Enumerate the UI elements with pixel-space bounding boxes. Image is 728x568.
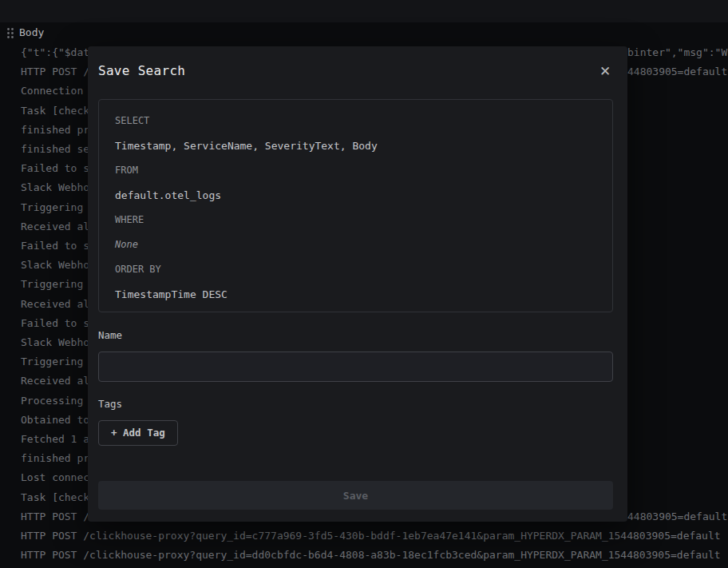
- log-row-text: Received al: [21, 220, 89, 232]
- log-row-text-continuation: binter","msg":"W: [627, 43, 727, 62]
- log-row-text-continuation: 44803905=default: [627, 507, 727, 526]
- log-row-text-continuation: 44803905=default: [627, 62, 727, 81]
- log-row-text: Slack Webho: [21, 259, 89, 271]
- query-clause-value: None: [115, 238, 596, 252]
- modal-header: Save Search ✕: [98, 64, 613, 79]
- log-row-text: Received al: [21, 375, 89, 387]
- query-clause-label: ORDER BY: [115, 263, 596, 276]
- log-row-text: {"t":{"$dat: [21, 46, 89, 58]
- log-row-text: Task [check: [21, 105, 89, 117]
- log-row-text: Failed to s: [21, 317, 89, 329]
- query-clause-value: default.otel_logs: [115, 189, 596, 202]
- log-row-text: HTTP POST /clickhouse-proxy?query_id=dd0…: [21, 549, 721, 561]
- tags-label: Tags: [98, 398, 613, 411]
- log-row-text: Task [check: [21, 491, 89, 503]
- query-clause-value: TimestampTime DESC: [115, 288, 596, 301]
- log-row-text: finished pr: [21, 124, 89, 136]
- modal-title: Save Search: [98, 64, 185, 78]
- close-icon[interactable]: ✕: [597, 63, 613, 79]
- log-row-text: Slack Webho: [21, 181, 89, 193]
- log-row-text: Processing: [21, 395, 83, 407]
- log-row-text: Failed to s: [21, 240, 89, 252]
- log-row-text: Received al: [21, 298, 89, 310]
- log-row-text: Fetched 1 a: [21, 433, 89, 445]
- log-row-text: Triggering: [21, 201, 83, 213]
- log-row-text: Lost connec: [21, 471, 89, 483]
- add-tag-button[interactable]: + Add Tag: [98, 420, 178, 446]
- log-row-text: Slack Webho: [21, 336, 89, 348]
- save-search-modal: Save Search ✕ SELECTTimestamp, ServiceNa…: [88, 46, 627, 522]
- query-summary-box: SELECTTimestamp, ServiceName, SeverityTe…: [98, 99, 613, 312]
- log-row-text: HTTP POST /: [21, 66, 89, 77]
- log-row-text: Failed to s: [21, 162, 89, 174]
- query-clause-label: FROM: [115, 164, 596, 177]
- log-row-text: finished pr: [21, 452, 89, 464]
- log-row-text: HTTP POST /clickhouse-proxy?query_id=c77…: [21, 530, 721, 542]
- log-row-text: Connection: [21, 85, 83, 97]
- log-row-text: Triggering: [21, 355, 83, 367]
- log-row[interactable]: HTTP POST /clickhouse-proxy?query_id=c77…: [21, 526, 728, 546]
- log-row-text: HTTP POST /: [21, 510, 89, 522]
- log-row[interactable]: HTTP POST /clickhouse-proxy?query_id=dd0…: [21, 546, 728, 565]
- log-row-text: Obtained to: [21, 414, 89, 426]
- log-row-text: finished se: [21, 143, 89, 155]
- query-clause-label: SELECT: [115, 114, 596, 128]
- name-input[interactable]: [98, 352, 613, 382]
- name-label: Name: [98, 329, 613, 342]
- log-row-text: Triggering: [21, 278, 83, 290]
- save-button[interactable]: Save: [98, 481, 613, 510]
- query-clause-label: WHERE: [115, 213, 596, 227]
- query-clause-value: Timestamp, ServiceName, SeverityText, Bo…: [115, 139, 596, 153]
